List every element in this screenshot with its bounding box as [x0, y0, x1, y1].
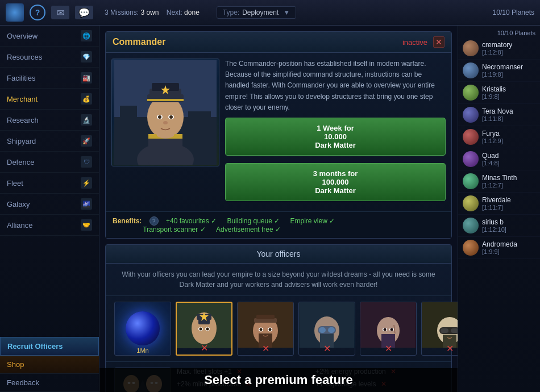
officer-slot-2[interactable]: ✕ [237, 302, 294, 356]
planet-item-crematory[interactable]: crematory [1:12:8] [458, 37, 540, 60]
officer-face-2 [238, 302, 293, 348]
officer4-svg [361, 302, 416, 348]
sidebar-item-merchant[interactable]: Merchant 💰 [0, 89, 99, 110]
sidebar-label-resources: Resources [7, 53, 42, 61]
overview-icon: 🌐 [81, 30, 92, 41]
missions-own: 3 own [140, 9, 159, 16]
officer3-svg [300, 302, 354, 348]
planet-info: sirius b [1:12:10] [482, 218, 506, 233]
top-bar: ? ✉ 💬 3 Missions: 3 own Next: done Type:… [0, 0, 540, 26]
officer-face-commander [177, 303, 231, 348]
commander-portrait [112, 59, 219, 166]
commander-mini-svg [177, 303, 231, 348]
svg-point-29 [206, 327, 209, 330]
sidebar-item-shipyard[interactable]: Shipyard 🚀 [0, 131, 99, 152]
mail-icon[interactable]: ✉ [51, 6, 69, 19]
planet-ball [463, 85, 479, 101]
commander-right: The Commander-position has established i… [225, 59, 446, 206]
svg-rect-5 [148, 134, 182, 165]
planet-ball [463, 195, 479, 211]
close-button[interactable]: ✕ [433, 36, 445, 48]
officer-slot-commander[interactable]: ✕ [176, 302, 232, 356]
commander-status: inactive [402, 38, 427, 47]
shipyard-icon: 🚀 [81, 135, 92, 147]
commander-title: Commander [113, 37, 165, 47]
planet-item-necromanser[interactable]: Necromanser [1:19:8] [458, 60, 540, 82]
sidebar-item-feedback[interactable]: Feedback [0, 374, 99, 392]
sidebar-item-facilities[interactable]: Facilities 🏭 [0, 68, 99, 89]
commander-body: The Commander-position has established i… [106, 53, 451, 211]
commander-benefits: Benefits: ? +40 favourites ✓ Building qu… [106, 211, 451, 238]
planet-item-siriusb[interactable]: sirius b [1:12:10] [458, 215, 540, 237]
sidebar-item-shop[interactable]: Shop [0, 356, 99, 374]
officer-slot-5[interactable]: ✕ [421, 302, 458, 356]
sidebar-item-recruit-officers[interactable]: Recruit Officers [0, 337, 99, 356]
sidebar-label-shipyard: Shipyard [7, 137, 36, 145]
planet-item-quad[interactable]: Quad [1:4:8] [458, 148, 540, 170]
purchase-week-button[interactable]: 1 Week for10.000Dark Matter [225, 118, 446, 156]
sidebar-label-fleet: Fleet [7, 179, 23, 187]
officer-face-4 [360, 302, 416, 348]
planet-info: Andromeda [1:9:9] [482, 240, 517, 255]
sidebar-item-fleet[interactable]: Fleet ⚡ [0, 173, 99, 194]
svg-point-50 [384, 328, 387, 331]
planet-item-kristalis[interactable]: Kristalis [1:9:8] [458, 82, 540, 104]
sidebar-item-alliance[interactable]: Alliance 🤝 [0, 215, 99, 236]
fleet-icon: ⚡ [81, 177, 92, 189]
officer-x-mark: ✕ [177, 343, 231, 353]
planet-ball [463, 240, 479, 256]
commander-header: Commander inactive ✕ [106, 32, 451, 53]
top-bar-left: ? ✉ 💬 3 Missions: 3 own Next: done Type:… [6, 3, 296, 22]
alliance-icon: 🤝 [81, 219, 92, 231]
sidebar-label-overview: Overview [7, 32, 38, 40]
planet-info: Necromanser [1:19:8] [482, 63, 523, 78]
planet-ball [463, 107, 479, 123]
sidebar-label-facilities: Facilities [7, 74, 36, 82]
purchase-3month-button[interactable]: 3 months for100.000Dark Matter [225, 163, 446, 201]
sidebar-item-research[interactable]: Research 🔬 [0, 110, 99, 131]
svg-rect-19 [148, 134, 157, 139]
chat-icon[interactable]: 💬 [75, 6, 93, 19]
planet-list: 10/10 Planets crematory [1:12:8] Necroma… [458, 26, 540, 392]
dropdown-arrow[interactable]: ▼ [283, 9, 290, 16]
help-icon[interactable]: ? [30, 5, 45, 20]
facilities-icon: 🏭 [81, 72, 92, 84]
planet-item-andromeda[interactable]: Andromeda [1:9:9] [458, 237, 540, 259]
sidebar-item-overview[interactable]: Overview 🌐 [0, 26, 99, 47]
officer4-x-mark: ✕ [360, 343, 416, 354]
benefits-question[interactable]: ? [149, 216, 159, 226]
svg-point-36 [269, 328, 272, 331]
sidebar-item-defence[interactable]: Defence 🛡 [0, 152, 99, 173]
planet-item-furya[interactable]: Furya [1:12:9] [458, 126, 540, 148]
merchant-icon: 💰 [81, 93, 92, 105]
planet-item-minastinth[interactable]: Minas Tinth [1:12:7] [458, 170, 540, 193]
benefit-advert: Advertisement free ✓ [216, 226, 281, 233]
research-icon: 🔬 [81, 114, 92, 126]
type-label: Type: [223, 9, 239, 16]
commander-modal: Commander inactive ✕ [105, 31, 452, 239]
sidebar-item-galaxy[interactable]: Galaxy 🌌 [0, 194, 99, 215]
officer-face-3 [299, 302, 355, 348]
officer5-svg [422, 302, 458, 348]
sidebar-label-galaxy: Galaxy [7, 200, 30, 208]
svg-rect-2 [120, 106, 137, 165]
planet-item-teranova[interactable]: Tera Nova [1:11:8] [458, 104, 540, 126]
planet-info: Minas Tinth [1:12:7] [482, 174, 517, 189]
sidebar-item-resources[interactable]: Resources 💎 [0, 47, 99, 68]
dm-label: 1Mn [115, 347, 171, 354]
planet-item-riverdale[interactable]: Riverdale [1:11:7] [458, 193, 540, 215]
planet-ball [463, 62, 479, 78]
type-value: Deployment [242, 9, 279, 16]
svg-point-16 [158, 115, 161, 119]
officer-slot-4[interactable]: ✕ [360, 302, 417, 356]
planet-info: Kristalis [1:9:8] [482, 85, 506, 100]
officer-slot-3[interactable]: ✕ [298, 302, 355, 356]
svg-point-17 [169, 115, 173, 119]
planet-count-label: 10/10 Planets [458, 28, 540, 37]
officer-slot-dm[interactable]: 1Mn [114, 302, 171, 356]
resources-icon: 💎 [81, 51, 92, 62]
sidebar-label-feedback: Feedback [7, 378, 39, 387]
svg-rect-20 [174, 134, 182, 139]
planet-info: crematory [1:12:8] [482, 41, 512, 56]
sidebar: Overview 🌐 Resources 💎 Facilities 🏭 Merc… [0, 26, 99, 392]
